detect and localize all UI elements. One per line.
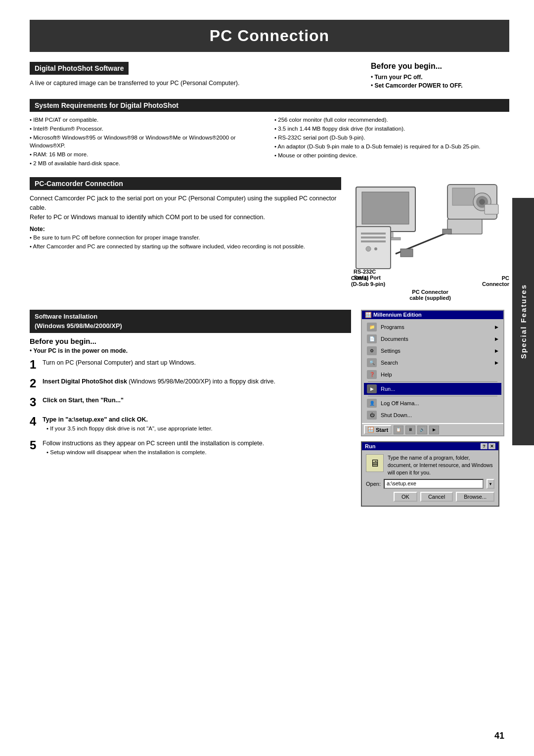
start-button[interactable]: 🪟 Start	[364, 425, 392, 434]
menu-settings-label: Settings	[381, 348, 400, 354]
steps-area: Software Installation(Windows 95/98/Me/2…	[30, 310, 351, 507]
menu-programs: 📁 Programs ▶	[364, 321, 501, 333]
programs-icon: 📁	[367, 323, 377, 331]
menu-documents-label: Documents	[381, 336, 408, 342]
svg-rect-6	[361, 236, 386, 238]
run-description: 🖥 Type the name of a program, folder, do…	[366, 454, 494, 476]
menu-separator-2	[368, 396, 497, 396]
run-open-label: Open:	[366, 481, 381, 487]
note-block: Note: Be sure to turn PC off before conn…	[30, 225, 341, 250]
run-icon: ▶	[367, 384, 377, 393]
pc-camcorder-section: PC-Camcorder Connection Connect Camcorde…	[30, 177, 509, 301]
svg-rect-15	[447, 219, 482, 234]
documents-icon: 📄	[367, 334, 377, 343]
svg-rect-19	[443, 229, 451, 234]
digital-photoshot-body: A live or captured image can be transfer…	[30, 79, 356, 88]
windows-screenshots: 🪟 Millennium Edition 📁 Programs ▶ 📄 Docu…	[361, 310, 509, 507]
sysreq-item: An adaptor (D-Sub 9-pin male to a D-Sub …	[274, 142, 509, 150]
step-2: 2 Insert Digital PhotoShot disk (Windows…	[30, 377, 351, 390]
page-title: PC Connection	[30, 27, 509, 45]
menu-help-label: Help	[381, 372, 392, 378]
sysreq-left: IBM PC/AT or compatible. Intel® Pentium®…	[30, 116, 265, 169]
step-4: 4 Type in "a:\setup.exe" and click OK. I…	[30, 415, 351, 433]
run-browse-button[interactable]: Browse...	[456, 492, 494, 502]
shutdown-icon: ⏻	[367, 411, 377, 420]
step-4-content: Type in "a:\setup.exe" and click OK. If …	[43, 415, 351, 433]
digital-photoshot-header: Digital PhotoShot Software	[30, 62, 129, 75]
menu-settings: ⚙ Settings ▶	[364, 345, 501, 357]
step-3: 3 Click on Start, then "Run..."	[30, 396, 351, 409]
run-dialog-icon: 🖥	[366, 454, 384, 472]
rs232-label: COM1) (D-Sub 9-pin)	[351, 275, 385, 287]
sysreq-item: 3.5 inch 1.44 MB floppy disk drive (for …	[274, 125, 509, 133]
win-menu-body: 📁 Programs ▶ 📄 Documents ▶ ⚙ Settings ▶	[362, 319, 503, 423]
before-you-begin-right: Before you begin... Turn your PC off. Se…	[371, 62, 509, 91]
svg-rect-5	[361, 233, 386, 235]
step-3-content: Click on Start, then "Run..."	[43, 396, 351, 405]
title-buttons: ? ✕	[481, 443, 495, 449]
taskbar-icon-3: 🔊	[417, 425, 427, 434]
step-num-4: 4	[30, 415, 39, 428]
svg-rect-18	[400, 249, 413, 257]
win-taskbar-bottom: 🪟 Start 📋 🖥 🔊 ▶	[362, 423, 503, 435]
svg-point-14	[479, 199, 485, 205]
run-dialog-text: Type the name of a program, folder, docu…	[388, 454, 494, 476]
start-label: Start	[376, 427, 388, 433]
step-num-5: 5	[30, 439, 39, 452]
sysreq-item: 256 color monitor (full color recommende…	[274, 116, 509, 124]
special-features-label: Special Features	[519, 284, 528, 359]
help-title-button[interactable]: ?	[481, 443, 488, 449]
special-features-sidebar: Special Features	[512, 198, 534, 445]
svg-point-9	[374, 247, 377, 250]
sysreq-item: RS-232C serial port (D-Sub 9-pin).	[274, 134, 509, 142]
run-dialog: Run ? ✕ 🖥 Type the name of a program, fo…	[361, 441, 499, 507]
help-icon: ❓	[367, 370, 377, 379]
svg-rect-11	[452, 188, 475, 205]
close-title-button[interactable]: ✕	[489, 443, 495, 449]
menu-search-label: Search	[381, 360, 398, 366]
note-item: After Camcorder and PC are connected by …	[30, 242, 341, 250]
svg-rect-7	[361, 240, 386, 242]
system-requirements-section: System Requirements for Digital PhotoSho…	[30, 99, 509, 169]
taskbar-icon-4: ▶	[429, 425, 439, 434]
run-body: 🖥 Type the name of a program, folder, do…	[362, 450, 498, 506]
sysreq-item: RAM: 16 MB or more.	[30, 150, 265, 158]
sysreq-item: Intel® Pentium® Processor.	[30, 125, 265, 133]
run-open-input[interactable]: a:\setup.exe	[384, 479, 484, 489]
svg-text:RS-232C: RS-232C	[354, 269, 376, 275]
pc-connector-label: PC Connector	[482, 275, 509, 287]
pc-cam-left: PC-Camcorder Connection Connect Camcorde…	[30, 177, 341, 301]
software-install-header: Software Installation(Windows 95/98/Me/2…	[30, 310, 351, 332]
run-dropdown-button[interactable]: ▼	[487, 479, 494, 489]
pc-cam-body: Connect Camcorder PC jack to the serial …	[30, 194, 341, 222]
before-begin-2: Before you begin... Your PC is in the po…	[30, 337, 351, 354]
run-open-row: Open: a:\setup.exe ▼	[366, 479, 494, 489]
settings-icon: ⚙	[367, 346, 377, 355]
menu-shutdown-label: Shut Down...	[381, 412, 412, 418]
menu-run[interactable]: ▶ Run...	[364, 383, 501, 395]
step-2-content: Insert Digital PhotoShot disk (Windows 9…	[43, 377, 351, 386]
step-1: 1 Turn on PC (Personal Computer) and sta…	[30, 358, 351, 371]
taskbar-icons: 📋 🖥 🔊 ▶	[394, 425, 439, 434]
menu-logoff: 👤 Log Off Hama...	[364, 397, 501, 409]
run-buttons-row: OK Cancel Browse...	[366, 492, 494, 502]
step-5-content: Follow instructions as they appear on PC…	[43, 439, 351, 457]
run-cancel-button[interactable]: Cancel	[420, 492, 453, 502]
note-item: Be sure to turn PC off before connection…	[30, 234, 341, 241]
run-ok-button[interactable]: OK	[394, 492, 417, 502]
menu-documents: 📄 Documents ▶	[364, 333, 501, 345]
software-install-section: Software Installation(Windows 95/98/Me/2…	[30, 310, 509, 507]
before-you-begin-header: Before you begin...	[371, 62, 509, 71]
before-begin-2-header: Before you begin...	[30, 337, 351, 345]
sysreq-item: Microsoft® Windows®95 or Windows®98 or W…	[30, 134, 265, 149]
win-title-bar: 🪟 Millennium Edition	[362, 311, 503, 319]
sysreq-right: 256 color monitor (full color recommende…	[274, 116, 509, 169]
menu-separator-1	[368, 381, 497, 382]
menu-logoff-label: Log Off Hama...	[381, 400, 419, 406]
taskbar-icon-1: 📋	[394, 425, 403, 434]
search-icon: 🔍	[367, 358, 377, 367]
run-dialog-title: Run	[365, 443, 375, 449]
menu-search: 🔍 Search ▶	[364, 357, 501, 369]
step-1-content: Turn on PC (Personal Computer) and start…	[43, 358, 351, 368]
start-icon: 🪟	[367, 426, 374, 433]
